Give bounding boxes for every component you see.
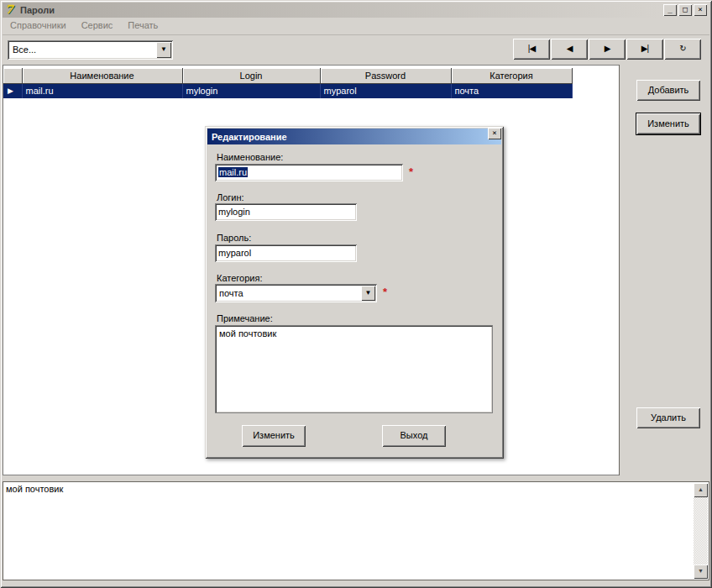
app-icon: 7 <box>5 4 18 16</box>
menu-item-service[interactable]: Сервис <box>74 18 121 32</box>
app-window: 7 Пароли _ □ × Справочники Сервис Печать… <box>0 0 712 588</box>
nav-last-button[interactable]: ▶| <box>626 39 663 60</box>
cell-password[interactable]: myparol <box>320 83 451 98</box>
dialog-exit-button[interactable]: Выход <box>382 425 446 447</box>
indicator-column-header <box>3 68 22 83</box>
table-row[interactable]: ▶ mail.ru mylogin myparol почта <box>3 83 572 98</box>
password-label: Пароль: <box>217 233 251 243</box>
dialog-titlebar: Редактирование <box>207 129 501 144</box>
required-asterisk-name: * <box>409 165 413 178</box>
nav-prev-button[interactable]: ◀ <box>551 39 588 60</box>
category-dropdown-arrow-icon[interactable]: ▼ <box>361 286 375 301</box>
dropdown-arrow-icon[interactable]: ▼ <box>156 42 171 58</box>
menubar: Справочники Сервис Печать <box>3 18 709 33</box>
close-button[interactable]: × <box>694 4 707 16</box>
side-button-panel: Добавить Изменить Удалить <box>619 65 709 475</box>
cell-name[interactable]: mail.ru <box>22 83 182 98</box>
window-title: Пароли <box>20 5 55 15</box>
category-label: Категория: <box>217 273 262 283</box>
scroll-up-button[interactable]: ▲ <box>694 483 708 497</box>
window-titlebar: 7 Пароли _ □ × <box>3 3 709 18</box>
notes-panel[interactable]: мой почтовик ▲ ▼ <box>3 481 709 580</box>
cell-login[interactable]: mylogin <box>182 83 320 98</box>
grid-header-row: Наименование Login Password Категория <box>3 68 572 83</box>
menu-item-directories[interactable]: Справочники <box>3 18 74 32</box>
password-field[interactable]: myparol <box>215 244 357 262</box>
notes-text: мой почтовик <box>6 484 690 494</box>
delete-button[interactable]: Удалить <box>636 407 700 428</box>
edit-button[interactable]: Изменить <box>636 113 700 134</box>
scroll-down-button[interactable]: ▼ <box>694 564 708 579</box>
toolbar: Все... ▼ |◀ ◀ ▶ ▶| ↻ <box>3 34 709 64</box>
column-header-name[interactable]: Наименование <box>22 68 182 83</box>
login-field[interactable]: mylogin <box>215 203 357 221</box>
name-label: Наименование: <box>217 152 283 162</box>
edit-dialog: Редактирование × Наименование: mail.ru *… <box>205 126 504 459</box>
record-navigator: |◀ ◀ ▶ ▶| ↻ <box>513 39 701 60</box>
dialog-title: Редактирование <box>212 132 287 142</box>
filter-combobox[interactable]: Все... ▼ <box>8 40 173 60</box>
notes-scrollbar[interactable]: ▲ ▼ <box>694 483 708 579</box>
required-asterisk-category: * <box>383 286 387 298</box>
note-label: Примечание: <box>217 313 273 323</box>
minimize-button[interactable]: _ <box>663 4 677 16</box>
dialog-close-button[interactable]: × <box>488 128 501 139</box>
nav-next-button[interactable]: ▶ <box>589 39 626 60</box>
name-field[interactable]: mail.ru <box>215 164 403 181</box>
column-header-password[interactable]: Password <box>320 68 451 83</box>
menu-item-print[interactable]: Печать <box>120 18 165 32</box>
add-button[interactable]: Добавить <box>636 80 700 101</box>
category-combobox[interactable]: почта ▼ <box>215 284 377 302</box>
filter-value: Все... <box>9 42 171 58</box>
note-textarea[interactable]: мой почтовик <box>215 325 493 413</box>
login-label: Логин: <box>217 192 244 202</box>
refresh-button[interactable]: ↻ <box>664 39 701 60</box>
column-header-login[interactable]: Login <box>182 68 320 83</box>
category-value: почта <box>217 286 359 300</box>
maximize-button[interactable]: □ <box>678 4 692 16</box>
name-field-value: mail.ru <box>218 167 248 177</box>
nav-first-button[interactable]: |◀ <box>513 39 550 60</box>
dialog-edit-button[interactable]: Изменить <box>242 425 306 447</box>
cell-category[interactable]: почта <box>451 83 572 98</box>
column-header-category[interactable]: Категория <box>451 68 572 83</box>
row-indicator-icon: ▶ <box>3 83 22 98</box>
